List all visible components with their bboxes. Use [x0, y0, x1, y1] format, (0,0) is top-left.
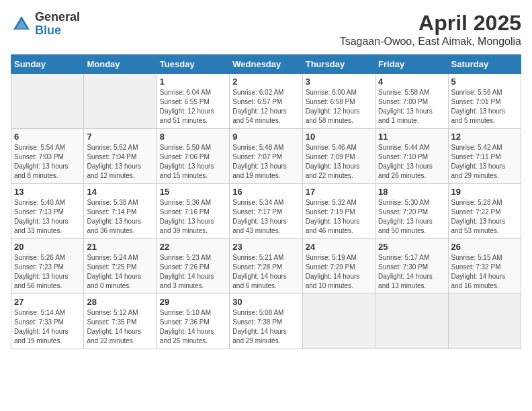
calendar-cell: 5Sunrise: 5:56 AM Sunset: 7:01 PM Daylig…: [448, 74, 521, 129]
cell-detail: Sunrise: 5:28 AM Sunset: 7:22 PM Dayligh…: [451, 198, 518, 236]
day-number: 30: [232, 297, 299, 307]
calendar-cell: 15Sunrise: 5:36 AM Sunset: 7:16 PM Dayli…: [157, 184, 229, 239]
logo-icon: [11, 13, 32, 35]
day-number: 10: [306, 132, 372, 142]
cell-detail: Sunrise: 5:32 AM Sunset: 7:19 PM Dayligh…: [306, 198, 372, 236]
day-number: 28: [87, 297, 153, 307]
calendar-cell: [302, 294, 375, 349]
day-number: 16: [232, 187, 299, 197]
day-number: 2: [232, 77, 299, 87]
day-number: 22: [160, 242, 226, 252]
cell-detail: Sunrise: 5:34 AM Sunset: 7:17 PM Dayligh…: [232, 198, 299, 236]
day-number: 20: [14, 242, 81, 252]
location: Tsagaan-Owoo, East Aimak, Mongolia: [340, 36, 521, 48]
day-number: 23: [232, 242, 299, 252]
cell-detail: Sunrise: 5:56 AM Sunset: 7:01 PM Dayligh…: [451, 88, 518, 126]
day-number: 11: [378, 132, 445, 142]
cell-detail: Sunrise: 5:44 AM Sunset: 7:10 PM Dayligh…: [378, 143, 445, 181]
calendar-cell: 24Sunrise: 5:19 AM Sunset: 7:29 PM Dayli…: [302, 239, 375, 294]
day-header-sunday: Sunday: [11, 55, 84, 74]
calendar-cell: 12Sunrise: 5:42 AM Sunset: 7:11 PM Dayli…: [448, 129, 521, 184]
day-number: 15: [160, 187, 226, 197]
cell-detail: Sunrise: 6:02 AM Sunset: 6:57 PM Dayligh…: [232, 88, 299, 126]
day-header-friday: Friday: [375, 55, 448, 74]
day-number: 12: [451, 132, 518, 142]
page-header: General Blue April 2025 Tsagaan-Owoo, Ea…: [11, 11, 521, 48]
cell-detail: Sunrise: 5:58 AM Sunset: 7:00 PM Dayligh…: [378, 88, 445, 126]
calendar-cell: 3Sunrise: 6:00 AM Sunset: 6:58 PM Daylig…: [302, 74, 375, 129]
calendar-cell: 6Sunrise: 5:54 AM Sunset: 7:03 PM Daylig…: [11, 129, 84, 184]
cell-detail: Sunrise: 5:52 AM Sunset: 7:04 PM Dayligh…: [87, 143, 153, 181]
logo-text: General Blue: [35, 11, 80, 38]
cell-detail: Sunrise: 5:30 AM Sunset: 7:20 PM Dayligh…: [378, 198, 445, 236]
logo: General Blue: [11, 11, 80, 38]
cell-detail: Sunrise: 5:50 AM Sunset: 7:06 PM Dayligh…: [160, 143, 226, 181]
calendar-header: SundayMondayTuesdayWednesdayThursdayFrid…: [11, 55, 521, 74]
calendar-week-1: 1Sunrise: 6:04 AM Sunset: 6:55 PM Daylig…: [11, 74, 521, 129]
calendar-cell: 22Sunrise: 5:23 AM Sunset: 7:26 PM Dayli…: [157, 239, 229, 294]
cell-detail: Sunrise: 5:46 AM Sunset: 7:09 PM Dayligh…: [306, 143, 372, 181]
day-number: 6: [14, 132, 81, 142]
day-number: 29: [160, 297, 226, 307]
day-number: 24: [306, 242, 372, 252]
calendar-cell: 26Sunrise: 5:15 AM Sunset: 7:32 PM Dayli…: [448, 239, 521, 294]
calendar-table: SundayMondayTuesdayWednesdayThursdayFrid…: [11, 54, 521, 349]
day-header-monday: Monday: [84, 55, 157, 74]
calendar-cell: 30Sunrise: 5:08 AM Sunset: 7:38 PM Dayli…: [230, 294, 302, 349]
calendar-cell: 21Sunrise: 5:24 AM Sunset: 7:25 PM Dayli…: [84, 239, 157, 294]
cell-detail: Sunrise: 6:00 AM Sunset: 6:58 PM Dayligh…: [306, 88, 372, 126]
cell-detail: Sunrise: 5:42 AM Sunset: 7:11 PM Dayligh…: [451, 143, 518, 181]
cell-detail: Sunrise: 6:04 AM Sunset: 6:55 PM Dayligh…: [160, 88, 226, 126]
cell-detail: Sunrise: 5:23 AM Sunset: 7:26 PM Dayligh…: [160, 253, 226, 291]
day-number: 9: [232, 132, 299, 142]
cell-detail: Sunrise: 5:14 AM Sunset: 7:33 PM Dayligh…: [14, 308, 81, 346]
day-header-wednesday: Wednesday: [230, 55, 302, 74]
calendar-cell: 11Sunrise: 5:44 AM Sunset: 7:10 PM Dayli…: [375, 129, 448, 184]
cell-detail: Sunrise: 5:08 AM Sunset: 7:38 PM Dayligh…: [232, 308, 299, 346]
logo-blue: Blue: [35, 24, 61, 37]
cell-detail: Sunrise: 5:40 AM Sunset: 7:13 PM Dayligh…: [14, 198, 81, 236]
calendar-cell: 14Sunrise: 5:38 AM Sunset: 7:14 PM Dayli…: [84, 184, 157, 239]
calendar-cell: 17Sunrise: 5:32 AM Sunset: 7:19 PM Dayli…: [302, 184, 375, 239]
day-number: 18: [378, 187, 445, 197]
calendar-cell: 25Sunrise: 5:17 AM Sunset: 7:30 PM Dayli…: [375, 239, 448, 294]
cell-detail: Sunrise: 5:54 AM Sunset: 7:03 PM Dayligh…: [14, 143, 81, 181]
calendar-cell: 28Sunrise: 5:12 AM Sunset: 7:35 PM Dayli…: [84, 294, 157, 349]
cell-detail: Sunrise: 5:15 AM Sunset: 7:32 PM Dayligh…: [451, 253, 518, 291]
day-number: 21: [87, 242, 153, 252]
cell-detail: Sunrise: 5:26 AM Sunset: 7:23 PM Dayligh…: [14, 253, 81, 291]
day-header-saturday: Saturday: [448, 55, 521, 74]
calendar-cell: [11, 74, 84, 129]
cell-detail: Sunrise: 5:36 AM Sunset: 7:16 PM Dayligh…: [160, 198, 226, 236]
cell-detail: Sunrise: 5:48 AM Sunset: 7:07 PM Dayligh…: [232, 143, 299, 181]
calendar-cell: 2Sunrise: 6:02 AM Sunset: 6:57 PM Daylig…: [230, 74, 302, 129]
calendar-cell: 4Sunrise: 5:58 AM Sunset: 7:00 PM Daylig…: [375, 74, 448, 129]
day-number: 13: [14, 187, 81, 197]
calendar-cell: 18Sunrise: 5:30 AM Sunset: 7:20 PM Dayli…: [375, 184, 448, 239]
month-year: April 2025: [340, 11, 521, 36]
calendar-cell: 8Sunrise: 5:50 AM Sunset: 7:06 PM Daylig…: [157, 129, 229, 184]
day-number: 8: [160, 132, 226, 142]
calendar-cell: 9Sunrise: 5:48 AM Sunset: 7:07 PM Daylig…: [230, 129, 302, 184]
calendar-cell: 10Sunrise: 5:46 AM Sunset: 7:09 PM Dayli…: [302, 129, 375, 184]
calendar-cell: [375, 294, 448, 349]
calendar-cell: 29Sunrise: 5:10 AM Sunset: 7:36 PM Dayli…: [157, 294, 229, 349]
day-number: 26: [451, 242, 518, 252]
day-number: 1: [160, 77, 226, 87]
calendar-cell: 16Sunrise: 5:34 AM Sunset: 7:17 PM Dayli…: [230, 184, 302, 239]
calendar-cell: [84, 74, 157, 129]
day-number: 5: [451, 77, 518, 87]
day-header-tuesday: Tuesday: [157, 55, 229, 74]
calendar-week-4: 20Sunrise: 5:26 AM Sunset: 7:23 PM Dayli…: [11, 239, 521, 294]
cell-detail: Sunrise: 5:17 AM Sunset: 7:30 PM Dayligh…: [378, 253, 445, 291]
logo-general: General: [35, 10, 80, 24]
day-number: 3: [306, 77, 372, 87]
day-number: 27: [14, 297, 81, 307]
calendar-cell: 19Sunrise: 5:28 AM Sunset: 7:22 PM Dayli…: [448, 184, 521, 239]
calendar-cell: 13Sunrise: 5:40 AM Sunset: 7:13 PM Dayli…: [11, 184, 84, 239]
day-number: 4: [378, 77, 445, 87]
cell-detail: Sunrise: 5:24 AM Sunset: 7:25 PM Dayligh…: [87, 253, 153, 291]
calendar-cell: 20Sunrise: 5:26 AM Sunset: 7:23 PM Dayli…: [11, 239, 84, 294]
calendar-cell: 1Sunrise: 6:04 AM Sunset: 6:55 PM Daylig…: [157, 74, 229, 129]
day-header-thursday: Thursday: [302, 55, 375, 74]
